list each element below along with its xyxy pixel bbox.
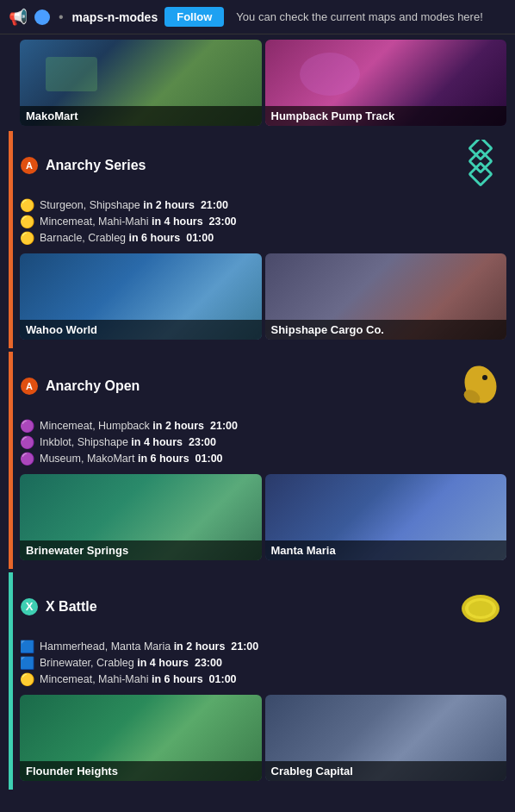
schedule-text-2: Mincemeat, Mahi-Mahi in 4 hours 23:00 <box>40 215 237 228</box>
svg-point-14 <box>468 601 493 616</box>
anarchy-series-title: Anarchy Series <box>46 158 146 173</box>
svg-text:X: X <box>26 600 34 613</box>
map-name-shipshape: Shipshape Cargo Co. <box>265 320 507 340</box>
map-card-crableg: Crableg Capital <box>265 695 507 781</box>
ao-schedule-text-1: Mincemeat, Humpback in 2 hours 21:00 <box>40 420 238 432</box>
anarchy-open-maps: Brinewater Springs Manta Maria <box>20 474 506 560</box>
anarchy-series-maps: Wahoo World Shipshape Cargo Co. <box>20 253 506 340</box>
anarchy-series-schedule: 🟡 Sturgeon, Shipshape in 2 hours 21:00 🟡… <box>20 198 506 245</box>
map-card-wahoo: Wahoo World <box>20 253 262 340</box>
schedule-text-3: Barnacle, Crableg in 6 hours 01:00 <box>40 232 214 244</box>
channel-name: maps-n-modes <box>72 10 158 24</box>
xb-schedule-text-2: Brinewater, Crableg in 4 hours 23:00 <box>40 657 222 669</box>
svg-text:A: A <box>26 381 33 391</box>
globe-icon <box>34 9 50 25</box>
maps-row-turf-war: MakoMart Humpback Pump Track <box>20 40 506 126</box>
schedule-emoji-2: 🟡 <box>20 215 34 228</box>
map-card-flounder: Flounder Heights <box>20 695 262 781</box>
x-battle-header: X X Battle <box>20 581 506 633</box>
anarchy-open-icon: A <box>20 377 39 396</box>
map-name-wahoo: Wahoo World <box>20 320 262 340</box>
xb-schedule-item-2: 🟦 Brinewater, Crableg in 4 hours 23:00 <box>20 656 506 670</box>
schedule-item-3: 🟡 Barnacle, Crableg in 6 hours 01:00 <box>20 231 506 245</box>
xb-schedule-emoji-2: 🟦 <box>20 656 34 670</box>
anarchy-open-header: A Anarchy Open <box>20 360 506 412</box>
xb-schedule-item-3: 🟡 Mincemeat, Mahi-Mahi in 6 hours 01:00 <box>20 672 506 686</box>
anarchy-series-body: A Anarchy Series <box>13 131 515 348</box>
header-description: You can check the current maps and modes… <box>236 10 482 23</box>
ao-schedule-text-3: Museum, MakoMart in 6 hours 01:00 <box>40 453 223 465</box>
anarchy-open-badge <box>455 360 506 412</box>
map-card-manta: Manta Maria <box>265 474 507 560</box>
svg-point-9 <box>482 375 487 380</box>
section-anarchy-open: A Anarchy Open 🟣 <box>0 352 515 569</box>
ao-schedule-text-2: Inkblot, Shipshape in 4 hours 23:00 <box>40 436 216 448</box>
megaphone-icon: 📢 <box>9 8 28 27</box>
anarchy-open-title: Anarchy Open <box>46 378 140 394</box>
schedule-emoji-3: 🟡 <box>20 231 34 245</box>
map-name-makomart: MakoMart <box>20 106 262 126</box>
map-name-flounder: Flounder Heights <box>20 761 262 781</box>
map-card-makomart: MakoMart <box>20 40 262 126</box>
svg-rect-3 <box>469 150 491 172</box>
map-card-brinewater: Brinewater Springs <box>20 474 262 560</box>
xb-schedule-text-1: Hammerhead, Manta Maria in 2 hours 21:00 <box>40 640 258 653</box>
xb-schedule-text-3: Mincemeat, Mahi-Mahi in 6 hours 01:00 <box>40 673 237 685</box>
ao-schedule-emoji-1: 🟣 <box>20 419 34 433</box>
schedule-emoji-1: 🟡 <box>20 198 34 212</box>
xb-schedule-item-1: 🟦 Hammerhead, Manta Maria in 2 hours 21:… <box>20 640 506 653</box>
ao-schedule-emoji-3: 🟣 <box>20 452 34 465</box>
map-name-manta: Manta Maria <box>265 540 507 560</box>
ao-schedule-item-2: 🟣 Inkblot, Shipshape in 4 hours 23:00 <box>20 435 506 449</box>
svg-text:A: A <box>26 160 33 171</box>
x-battle-maps: Flounder Heights Crableg Capital <box>20 695 506 781</box>
section-turf-war: MakoMart Humpback Pump Track <box>0 34 515 131</box>
section-anarchy-series: A Anarchy Series <box>0 131 515 348</box>
x-battle-title: X Battle <box>46 599 97 615</box>
header: 📢 • maps-n-modes Follow You can check th… <box>0 0 515 34</box>
x-battle-icon: X <box>20 597 39 616</box>
separator-dot: • <box>59 9 64 25</box>
map-name-humpback: Humpback Pump Track <box>265 106 507 126</box>
schedule-item-1: 🟡 Sturgeon, Shipshape in 2 hours 21:00 <box>20 198 506 212</box>
map-name-crableg: Crableg Capital <box>265 761 507 781</box>
schedule-item-2: 🟡 Mincemeat, Mahi-Mahi in 4 hours 23:00 <box>20 215 506 228</box>
svg-point-7 <box>460 361 502 408</box>
ao-schedule-item-1: 🟣 Mincemeat, Humpback in 2 hours 21:00 <box>20 419 506 433</box>
xb-schedule-emoji-1: 🟦 <box>20 640 34 653</box>
anarchy-series-header: A Anarchy Series <box>20 140 506 191</box>
content-area: MakoMart Humpback Pump Track A <box>0 34 515 790</box>
ao-schedule-item-3: 🟣 Museum, MakoMart in 6 hours 01:00 <box>20 452 506 465</box>
section-x-battle: X X Battle 🟦 <box>0 572 515 790</box>
schedule-text-1: Sturgeon, Shipshape in 2 hours 21:00 <box>40 199 228 211</box>
anarchy-open-body: A Anarchy Open 🟣 <box>13 352 515 569</box>
map-card-humpback: Humpback Pump Track <box>265 40 507 126</box>
anarchy-open-schedule: 🟣 Mincemeat, Humpback in 2 hours 21:00 🟣… <box>20 419 506 465</box>
map-card-shipshape: Shipshape Cargo Co. <box>265 253 507 340</box>
x-battle-inner: X X Battle 🟦 <box>0 572 515 790</box>
x-battle-badge <box>455 581 506 633</box>
follow-button[interactable]: Follow <box>164 7 224 27</box>
x-battle-schedule: 🟦 Hammerhead, Manta Maria in 2 hours 21:… <box>20 640 506 686</box>
anarchy-open-inner: A Anarchy Open 🟣 <box>0 352 515 569</box>
anarchy-series-badge <box>455 140 506 191</box>
x-battle-body: X X Battle 🟦 <box>13 572 515 790</box>
ao-schedule-emoji-2: 🟣 <box>20 435 34 449</box>
xb-schedule-emoji-3: 🟡 <box>20 672 34 686</box>
map-name-brinewater: Brinewater Springs <box>20 540 262 560</box>
anarchy-series-inner: A Anarchy Series <box>0 131 515 348</box>
svg-rect-4 <box>469 163 491 184</box>
anarchy-series-icon: A <box>20 156 39 175</box>
